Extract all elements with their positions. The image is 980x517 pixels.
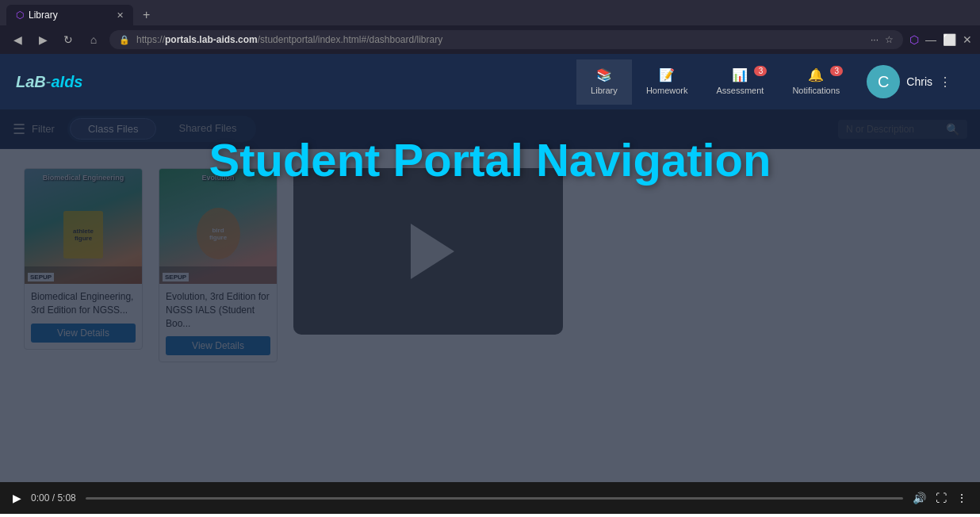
nav-assessment-label: Assessment [716,86,764,95]
library-icon: 📚 [596,67,612,82]
logo-lab: LaB [16,73,46,91]
overlay: Student Portal Navigation [0,109,980,482]
fullscreen-button[interactable]: ⛶ [936,492,947,504]
logo: LaB - aIds [16,73,83,91]
app-container: LaB - aIds 📚 Library 📝 Homework 3 📊 Asse… [0,54,980,482]
url-domain: portals.lab-aids.com [165,34,258,45]
refresh-button[interactable]: ↻ [59,30,78,49]
browser-actions: ⬡ — ⬜ ✕ [909,33,972,46]
nav-notifications-label: Notifications [792,86,840,95]
address-text: https://portals.lab-aids.com/studentport… [136,34,864,45]
header-nav: 📚 Library 📝 Homework 3 📊 Assessment 3 🔔 … [576,59,964,105]
address-more-icon[interactable]: ··· [871,34,879,45]
lock-icon: 🔒 [119,35,130,45]
url-protocol: https:// [136,34,165,45]
overlay-title: Student Portal Navigation [209,133,771,186]
close-window-button[interactable]: ✕ [963,33,972,46]
tab-favicon: ⬡ [16,10,24,21]
new-tab-button[interactable]: + [136,5,156,25]
nav-library-label: Library [591,86,618,95]
maximize-button[interactable]: ⬜ [943,33,956,46]
address-bar[interactable]: 🔒 https://portals.lab-aids.com/studentpo… [109,30,903,49]
app-header: LaB - aIds 📚 Library 📝 Homework 3 📊 Asse… [0,54,980,109]
homework-icon: 📝 [659,67,675,82]
nav-homework[interactable]: 📝 Homework [632,59,702,105]
minimize-button[interactable]: — [925,33,936,46]
user-menu-icon[interactable]: ⋮ [939,75,951,90]
nav-library[interactable]: 📚 Library [576,59,632,105]
nav-assessment[interactable]: 3 📊 Assessment [702,59,778,105]
nav-bar: ◀ ▶ ↻ ⌂ 🔒 https://portals.lab-aids.com/s… [0,25,980,54]
logo-aids: aIds [51,73,82,91]
progress-bar[interactable] [86,497,903,500]
nav-homework-label: Homework [646,86,688,95]
home-button[interactable]: ⌂ [84,30,103,49]
url-path: /studentportal/index.html#/dashboard/lib… [258,34,442,45]
logo-separator: - [46,73,52,91]
forward-button[interactable]: ▶ [33,30,52,49]
time-total: 5:08 [57,492,75,504]
more-options-button[interactable]: ⋮ [956,492,967,504]
time-current: 0:00 [31,492,49,504]
current-time: 0:00 / 5:08 [31,492,76,504]
assessment-badge: 3 [754,66,767,76]
back-button[interactable]: ◀ [8,30,27,49]
active-tab[interactable]: ⬡ Library ✕ [6,5,133,25]
play-pause-button[interactable]: ▶ [13,492,21,504]
tab-title: Library [29,10,58,21]
notifications-badge: 3 [830,66,843,76]
username: Chris [906,75,932,88]
notifications-icon: 🔔 [808,67,824,82]
volume-button[interactable]: 🔊 [913,492,926,504]
assessment-icon: 📊 [732,67,748,82]
user-area[interactable]: C Chris ⋮ [854,65,964,98]
nav-notifications[interactable]: 3 🔔 Notifications [778,59,854,105]
extensions-icon[interactable]: ⬡ [909,33,919,46]
avatar: C [867,65,900,98]
video-controls-bar: ▶ 0:00 / 5:08 🔊 ⛶ ⋮ [0,482,980,514]
tab-close-icon[interactable]: ✕ [117,10,124,21]
tab-bar: ⬡ Library ✕ + [0,0,980,25]
browser-chrome: ⬡ Library ✕ + ◀ ▶ ↻ ⌂ 🔒 https://portals.… [0,0,980,54]
address-bookmark-icon[interactable]: ☆ [885,34,894,45]
